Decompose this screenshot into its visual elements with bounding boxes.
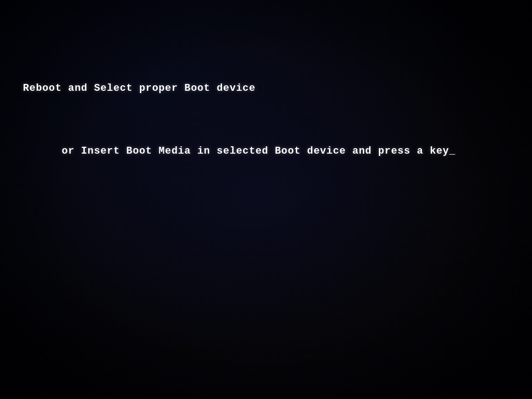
blinking-cursor: _ (449, 144, 455, 159)
boot-error-message: Reboot and Select proper Boot device or … (23, 50, 456, 206)
bios-screen: Reboot and Select proper Boot device or … (0, 0, 532, 399)
boot-message-line2: or Insert Boot Media in selected Boot de… (23, 127, 456, 174)
boot-message-line1: Reboot and Select proper Boot device (23, 81, 456, 96)
